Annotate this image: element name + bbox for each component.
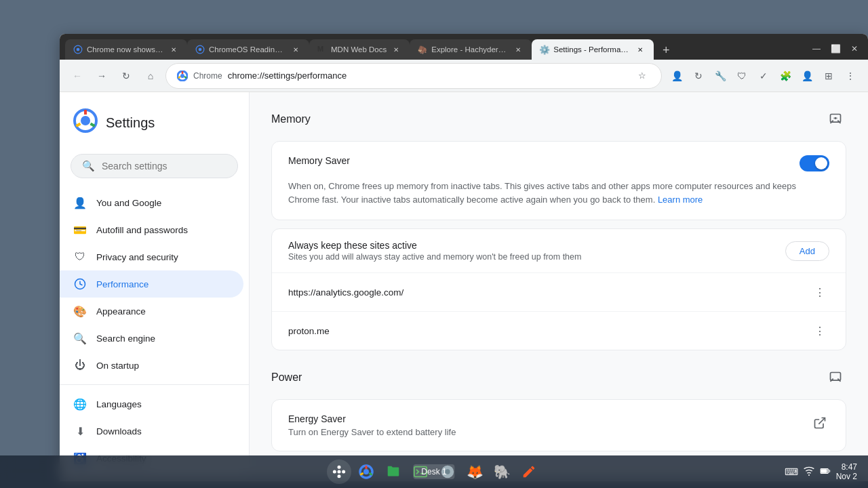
sidebar-item-appearance[interactable]: 🎨 Appearance xyxy=(60,298,243,325)
memory-saver-card: Memory Saver When on, Chrome frees up me… xyxy=(271,141,846,220)
svg-rect-26 xyxy=(821,470,826,472)
reload-button[interactable]: ↻ xyxy=(117,66,136,85)
home-button[interactable]: ⌂ xyxy=(141,66,160,85)
svg-point-19 xyxy=(363,469,369,474)
memory-saver-toggle[interactable] xyxy=(800,155,829,171)
back-button[interactable]: ← xyxy=(68,66,87,85)
site-more-menu-2[interactable]: ⋮ xyxy=(810,321,829,340)
site-url-1: https://analytics.google.com/ xyxy=(288,287,403,298)
tab-settings-performance[interactable]: ⚙️ Settings - Performance ✕ xyxy=(532,39,654,60)
tab-close-5[interactable]: ✕ xyxy=(635,44,646,55)
tab-icon-4: 🦣 xyxy=(418,45,427,54)
sidebar-item-you-google[interactable]: 👤 You and Google xyxy=(60,189,243,216)
active-sites-card: Always keep these sites active Sites you… xyxy=(271,228,846,350)
keyboard-icon[interactable]: ⌨ xyxy=(785,466,798,477)
forward-button[interactable]: → xyxy=(92,66,111,85)
taskbar-files[interactable] xyxy=(381,460,406,484)
new-tab-button[interactable]: + xyxy=(656,41,675,60)
svg-point-15 xyxy=(342,470,345,474)
sidebar-item-performance[interactable]: Performance xyxy=(60,270,243,298)
memory-saver-description: When on, Chrome frees up memory from ina… xyxy=(288,180,829,206)
sidebar-item-label-on-startup: On startup xyxy=(96,361,139,371)
settings-page-title: Settings xyxy=(106,115,155,131)
taskbar-mastodon[interactable]: 🐘 xyxy=(490,460,514,484)
tab-icon-3: M xyxy=(317,45,327,54)
tab-chromeos-reading[interactable]: ChromeOS Reading Mode i... ✕ xyxy=(187,39,309,60)
wifi-icon[interactable] xyxy=(804,466,814,479)
sidebar-item-label-you-google: You and Google xyxy=(96,198,161,208)
toolbar-btn-5[interactable]: ✓ xyxy=(754,66,773,85)
tab-mdn[interactable]: M MDN Web Docs ✕ xyxy=(309,39,410,60)
tab-close-2[interactable]: ✕ xyxy=(290,44,301,55)
palette-icon: 🎨 xyxy=(73,304,87,318)
sidebar-item-privacy[interactable]: 🛡 Privacy and security xyxy=(60,243,243,270)
tab-close-3[interactable]: ✕ xyxy=(391,44,401,55)
external-link-icon[interactable] xyxy=(810,413,829,436)
svg-point-16 xyxy=(338,466,341,469)
energy-saver-description: Turn on Energy Saver to extend battery l… xyxy=(288,427,810,437)
toolbar-btn-3[interactable]: 🔧 xyxy=(711,66,730,85)
settings-search-box[interactable]: 🔍 xyxy=(71,154,238,178)
energy-saver-title: Energy Saver xyxy=(288,413,810,424)
download-icon: ⬇ xyxy=(73,424,87,438)
toolbar-btn-menu[interactable]: ⋮ xyxy=(841,66,860,85)
site-more-menu-1[interactable]: ⋮ xyxy=(810,283,829,302)
window-controls: — ⬜ ✕ xyxy=(808,41,863,60)
learn-more-link[interactable]: Learn more xyxy=(658,195,703,205)
toolbar-btn-4[interactable]: 🛡 xyxy=(732,66,751,85)
sidebar-item-on-startup[interactable]: ⏻ On startup xyxy=(60,352,243,379)
minimize-button[interactable]: — xyxy=(808,41,825,57)
site-row-2: proton.me ⋮ xyxy=(272,312,846,350)
toolbar-btn-2[interactable]: ↻ xyxy=(689,66,708,85)
tab-bar: Chrome now shows each a... ✕ ChromeOS Re… xyxy=(60,34,868,60)
memory-section-header: Memory xyxy=(271,108,846,130)
url-bar[interactable]: Chrome chrome://settings/performance ☆ xyxy=(165,63,662,89)
clock[interactable]: 8:47 Nov 2 xyxy=(836,462,857,481)
taskbar: Desk 1 xyxy=(0,455,868,488)
energy-saver-card: Energy Saver Turn on Energy Saver to ext… xyxy=(271,399,846,451)
url-icons: ☆ xyxy=(634,68,650,84)
settings-search-input[interactable] xyxy=(102,161,226,171)
toolbar-btn-avatar[interactable]: 👤 xyxy=(797,66,816,85)
sidebar-item-downloads[interactable]: ⬇ Downloads xyxy=(60,418,243,445)
maximize-button[interactable]: ⬜ xyxy=(827,41,844,57)
site-url-2: proton.me xyxy=(288,326,330,336)
sidebar-item-label-search-engine: Search engine xyxy=(96,333,155,344)
memory-section-title: Memory xyxy=(271,113,311,125)
sidebar: Settings 🔍 👤 You and Google 💳 Autofill a… xyxy=(60,92,250,481)
svg-point-1 xyxy=(77,48,80,52)
toolbar-btn-7[interactable]: ⊞ xyxy=(819,66,838,85)
tab-chrome-shows[interactable]: Chrome now shows each a... ✕ xyxy=(65,39,187,60)
battery-icon[interactable] xyxy=(820,466,831,479)
tab-icon-5: ⚙️ xyxy=(540,45,549,54)
toggle-knob xyxy=(815,157,827,169)
taskbar-chrome[interactable] xyxy=(354,460,378,484)
add-site-button[interactable]: Add xyxy=(785,241,829,261)
taskbar-firefox[interactable]: 🦊 xyxy=(462,460,487,484)
sidebar-item-label-languages: Languages xyxy=(96,399,142,409)
bookmark-icon[interactable]: ☆ xyxy=(634,68,650,84)
svg-point-3 xyxy=(199,48,202,52)
address-bar: ← → ↻ ⌂ Chrome chrome://settings/perform… xyxy=(60,60,868,92)
sidebar-item-search-engine[interactable]: 🔍 Search engine xyxy=(60,325,243,352)
tab-explore[interactable]: 🦣 Explore - Hachyderm.io ✕ xyxy=(410,39,532,60)
globe-icon: 🌐 xyxy=(73,397,87,411)
sidebar-item-languages[interactable]: 🌐 Languages xyxy=(60,390,243,418)
settings-main-panel: Memory Memory Saver xyxy=(250,92,868,481)
memory-feedback-icon[interactable] xyxy=(825,108,846,130)
power-section: Power Energy Saver Turn on Energy Saver … xyxy=(271,367,846,451)
launcher-button[interactable] xyxy=(327,460,351,484)
tab-title-1: Chrome now shows each a... xyxy=(87,45,164,54)
tab-close-1[interactable]: ✕ xyxy=(168,44,179,55)
tab-close-4[interactable]: ✕ xyxy=(513,44,524,55)
close-button[interactable]: ✕ xyxy=(846,41,863,57)
svg-point-24 xyxy=(808,474,810,476)
power-feedback-icon[interactable] xyxy=(825,367,846,388)
taskbar-stylus[interactable] xyxy=(517,460,541,484)
active-sites-description: Sites you add will always stay active an… xyxy=(288,252,581,262)
person-icon: 👤 xyxy=(73,196,87,209)
tab-title-2: ChromeOS Reading Mode i... xyxy=(209,45,286,54)
toolbar-btn-extensions[interactable]: 🧩 xyxy=(776,66,795,85)
sidebar-item-autofill[interactable]: 💳 Autofill and passwords xyxy=(60,216,243,243)
toolbar-btn-1[interactable]: 👤 xyxy=(667,66,686,85)
